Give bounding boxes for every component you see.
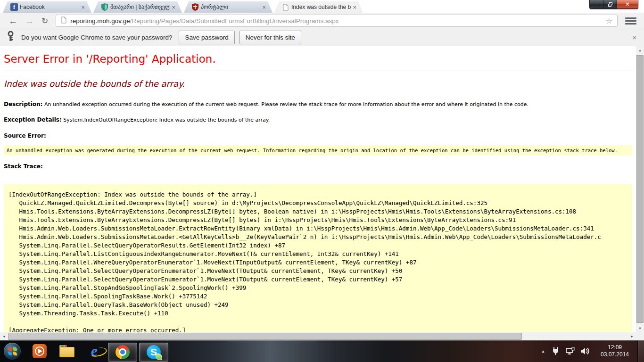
never-for-this-site-button[interactable]: Never for this site <box>239 31 301 44</box>
scroll-left-arrow-icon[interactable]: ◄ <box>0 332 8 340</box>
source-error-box: An unhandled exception was generated dur… <box>4 145 632 156</box>
tab-title: მთავარი | საქართველო <box>110 4 170 10</box>
exception-details-label: Exception Details: <box>4 116 62 123</box>
vertical-scrollbar[interactable]: ▲ ▼ <box>636 46 644 332</box>
close-window-button[interactable]: ✕ <box>617 0 638 9</box>
tab-facebook[interactable]: f Facebook × <box>3 1 91 13</box>
save-password-infobar: Do you want Google Chrome to save your p… <box>0 29 644 46</box>
browser-tab-strip: f Facebook × მთავარი | საქართველო × პორტ… <box>0 0 644 13</box>
back-button[interactable]: ← <box>8 16 17 25</box>
scroll-down-arrow-icon[interactable]: ▼ <box>636 324 644 332</box>
taskbar-item-internet-explorer[interactable]: e <box>81 340 108 362</box>
tab-close-icon[interactable]: × <box>172 4 175 10</box>
tab-title: Index was outside the bou <box>291 4 351 10</box>
internet-explorer-icon: e <box>91 344 98 358</box>
volume-icon[interactable] <box>580 347 589 355</box>
source-error-label: Source Error: <box>4 132 46 139</box>
stack-trace-label: Stack Trace: <box>4 163 43 170</box>
url-host: reporting.moh.gov.ge <box>70 17 130 25</box>
windows-logo-icon <box>8 346 17 355</box>
description-label: Description: <box>4 101 42 107</box>
taskbar-clock[interactable]: 12:09 03.07.2014 <box>596 344 634 358</box>
error-page-title: Server Error in '/Reporting' Application… <box>4 53 631 65</box>
taskbar-item-media-player[interactable] <box>26 340 53 362</box>
blank-page-favicon-icon <box>282 3 289 11</box>
restore-button[interactable] <box>603 0 617 9</box>
infobar-message: Do you want Google Chrome to save your p… <box>21 34 172 41</box>
new-tab-button[interactable] <box>365 4 382 11</box>
page-icon <box>61 16 66 25</box>
chrome-menu-button[interactable] <box>625 17 636 25</box>
hidden-icons-chevron-icon[interactable]: ▲ <box>541 349 545 354</box>
stack-trace-text: [IndexOutOfRangeException: Index was out… <box>8 190 629 332</box>
tab-close-icon[interactable]: × <box>262 4 266 10</box>
horizontal-scrollbar-thumb[interactable] <box>8 333 522 340</box>
stack-trace-box: [IndexOutOfRangeException: Index was out… <box>4 184 632 332</box>
error-page-content: Server Error in '/Reporting' Application… <box>0 46 636 332</box>
georgia-emblem-favicon-icon <box>191 3 199 11</box>
taskbar: e S ▲ 12:09 03.07.2014 <box>0 340 644 362</box>
power-plug-icon[interactable] <box>552 346 560 356</box>
tab-mtavari[interactable]: მთავარი | საქართველო × <box>93 1 182 13</box>
forward-button[interactable]: → <box>25 16 34 25</box>
show-desktop-button[interactable] <box>637 340 644 362</box>
chrome-icon <box>116 345 130 359</box>
tab-title: Facebook <box>20 4 79 10</box>
description-text: An unhandled exception occurred during t… <box>44 101 528 107</box>
tab-title: პორტალი <box>201 4 260 10</box>
folder-icon <box>59 345 74 357</box>
taskbar-item-explorer[interactable] <box>53 340 81 362</box>
window-controls: – ✕ <box>589 0 638 9</box>
shield-favicon-icon <box>101 3 108 11</box>
tab-close-icon[interactable]: × <box>353 4 356 10</box>
bookmark-star-icon[interactable]: ☆ <box>606 16 612 25</box>
error-page-subtitle: Index was outside the bounds of the arra… <box>4 79 631 89</box>
network-icon[interactable] <box>565 347 575 355</box>
start-button[interactable] <box>3 342 21 360</box>
clock-time: 12:09 <box>596 344 634 351</box>
tab-portali[interactable]: პორტალი × <box>184 1 272 13</box>
scroll-right-arrow-icon[interactable]: ► <box>628 332 636 340</box>
browser-toolbar: ← → ↻ reporting.moh.gov.ge/Reporting/Pag… <box>0 13 644 29</box>
reload-button[interactable]: ↻ <box>41 17 48 25</box>
horizontal-scrollbar[interactable]: ◄ ► <box>0 332 636 340</box>
save-password-button[interactable]: Save password <box>179 31 234 44</box>
clock-date: 03.07.2014 <box>596 351 634 358</box>
scroll-up-arrow-icon[interactable]: ▲ <box>636 46 644 54</box>
exception-details-text: System.IndexOutOfRangeException: Index w… <box>63 117 270 123</box>
minimize-button[interactable]: – <box>589 0 603 9</box>
skype-icon: S <box>147 345 161 359</box>
tab-close-icon[interactable]: × <box>81 4 85 10</box>
vertical-scrollbar-thumb[interactable] <box>636 55 644 323</box>
facebook-favicon-icon: f <box>10 3 18 11</box>
restore-icon <box>608 2 612 7</box>
divider <box>4 71 631 71</box>
infobar-close-icon[interactable]: × <box>632 33 636 41</box>
system-tray: ▲ 12:09 03.07.2014 <box>541 340 644 362</box>
tab-error-page-active[interactable]: Index was outside the bou × <box>274 1 363 13</box>
media-player-icon <box>33 344 47 358</box>
scrollbar-corner <box>636 332 644 340</box>
taskbar-item-chrome-active[interactable] <box>108 343 137 362</box>
address-bar[interactable]: reporting.moh.gov.ge/Reporting/Pages/Dat… <box>56 15 618 27</box>
key-icon <box>8 31 14 44</box>
url-path: /Reporting/Pages/Data/SubmittedFormsForB… <box>130 17 339 25</box>
taskbar-item-skype-active[interactable]: S <box>139 343 168 362</box>
